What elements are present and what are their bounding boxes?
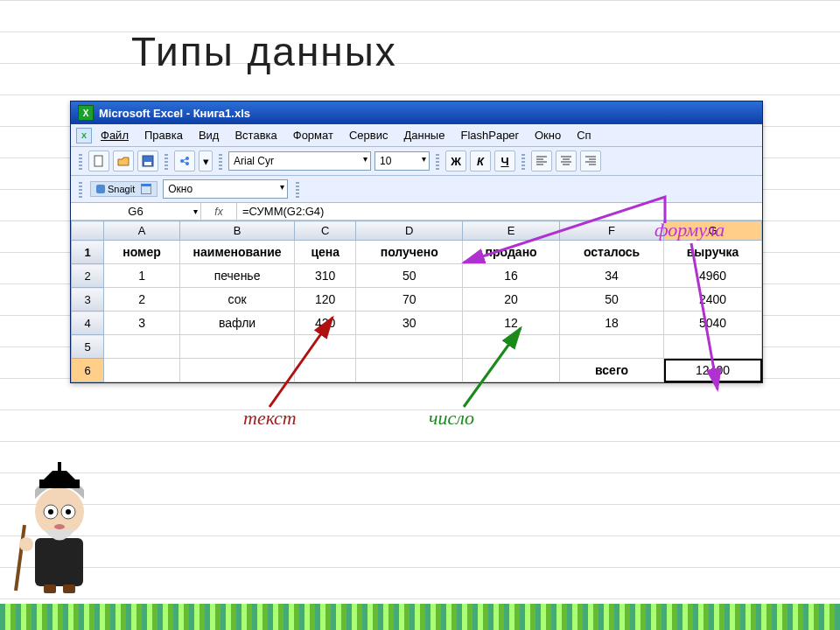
align-center-icon[interactable] (556, 150, 577, 172)
spreadsheet-grid[interactable]: A B C D E F G 1 номер наименование цена … (71, 220, 762, 382)
menu-data[interactable]: Данные (396, 127, 452, 144)
cell[interactable]: выручка (664, 241, 762, 264)
cell[interactable]: 50 (560, 288, 664, 312)
save-icon[interactable] (137, 150, 158, 172)
cell[interactable]: цена (295, 241, 356, 264)
col-header-a[interactable]: A (104, 221, 180, 241)
font-size-select[interactable]: 10 (374, 151, 430, 171)
toolbar-grip[interactable] (522, 152, 525, 170)
row-header-5[interactable]: 5 (72, 335, 104, 359)
col-header-c[interactable]: C (295, 221, 356, 241)
cell[interactable]: продано (463, 241, 560, 264)
menu-file[interactable]: Файл (94, 127, 136, 144)
col-header-f[interactable]: F (560, 221, 664, 241)
cell[interactable]: 50 (356, 264, 463, 288)
toolbar-grip[interactable] (79, 180, 82, 198)
row-header-4[interactable]: 4 (72, 312, 104, 335)
toolbar-grip[interactable] (296, 180, 299, 198)
table-row: 2 1 печенье 310 50 16 34 4960 (72, 264, 762, 288)
cell[interactable] (463, 359, 560, 382)
col-header-e[interactable]: E (463, 221, 560, 241)
cell[interactable]: 70 (356, 288, 463, 312)
toolbar-grip[interactable] (436, 152, 439, 170)
cell[interactable]: 2400 (664, 288, 762, 312)
menu-edit[interactable]: Правка (137, 127, 190, 144)
cell[interactable] (295, 359, 356, 382)
underline-button[interactable]: Ч (494, 150, 515, 172)
align-left-icon[interactable] (531, 150, 552, 172)
cell[interactable]: сок (180, 288, 295, 312)
menu-tools[interactable]: Сервис (342, 127, 396, 144)
menu-format[interactable]: Формат (286, 127, 340, 144)
select-all-corner[interactable] (72, 221, 104, 241)
name-box[interactable]: G6▾ (71, 203, 201, 220)
toolbar-grip[interactable] (164, 152, 168, 170)
cell[interactable]: 34 (560, 264, 664, 288)
cell[interactable]: 5040 (664, 312, 762, 335)
workbook-icon[interactable]: X (76, 128, 92, 144)
cell[interactable] (104, 359, 180, 382)
cell[interactable] (560, 335, 664, 359)
annotation-text: текст (243, 407, 297, 430)
row-header-3[interactable]: 3 (72, 288, 104, 312)
menu-help[interactable]: Сп (570, 127, 598, 144)
cell[interactable]: 16 (463, 264, 560, 288)
menu-insert[interactable]: Вставка (228, 127, 284, 144)
cell[interactable]: осталось (560, 241, 664, 264)
cell[interactable]: 1 (104, 264, 180, 288)
cell[interactable] (104, 335, 180, 359)
cell[interactable] (356, 359, 463, 382)
cell[interactable]: 30 (356, 312, 463, 335)
table-row: 1 номер наименование цена получено прода… (72, 241, 762, 264)
titlebar[interactable]: X Microsoft Excel - Книга1.xls (71, 102, 762, 124)
cell[interactable] (664, 335, 762, 359)
new-icon[interactable] (88, 150, 109, 172)
cell[interactable]: наименование (180, 241, 295, 264)
share-icon[interactable] (174, 150, 195, 172)
cell[interactable]: вафли (180, 312, 295, 335)
cell[interactable] (295, 335, 356, 359)
cell[interactable]: 3 (104, 312, 180, 335)
bold-button[interactable]: Ж (445, 150, 466, 172)
snagit-window-select[interactable]: Окно (163, 179, 288, 199)
excel-window: X Microsoft Excel - Книга1.xls X Файл Пр… (70, 101, 763, 383)
cell[interactable]: 120 (295, 288, 356, 312)
menu-window[interactable]: Окно (528, 127, 568, 144)
cell[interactable]: 18 (560, 312, 664, 335)
cell[interactable]: 310 (295, 264, 356, 288)
cell[interactable]: 12 (463, 312, 560, 335)
col-header-b[interactable]: B (180, 221, 295, 241)
open-icon[interactable] (113, 150, 134, 172)
font-name-select[interactable]: Arial Cyr (228, 151, 371, 171)
cell[interactable] (356, 335, 463, 359)
cell[interactable]: 20 (463, 288, 560, 312)
row-header-6[interactable]: 6 (72, 359, 104, 382)
cell[interactable] (463, 335, 560, 359)
italic-button[interactable]: К (470, 150, 491, 172)
menu-view[interactable]: Вид (192, 127, 227, 144)
fx-label[interactable]: fx (201, 203, 237, 220)
align-right-icon[interactable] (580, 150, 601, 172)
formula-input[interactable]: =СУММ(G2:G4) (237, 203, 762, 220)
cell[interactable] (180, 335, 295, 359)
cell[interactable]: 2 (104, 288, 180, 312)
cell[interactable]: 4960 (664, 264, 762, 288)
active-cell[interactable]: 12400 (664, 359, 762, 382)
cell[interactable]: 420 (295, 312, 356, 335)
svg-point-17 (54, 524, 65, 529)
menu-flashpaper[interactable]: FlashPaper (453, 127, 525, 144)
snagit-icon (96, 185, 105, 193)
toolbar-grip[interactable] (219, 152, 222, 170)
toolbar-grip[interactable] (79, 152, 82, 170)
cell[interactable]: печенье (180, 264, 295, 288)
svg-rect-2 (144, 162, 151, 165)
row-header-2[interactable]: 2 (72, 264, 104, 288)
more-icon[interactable]: ▾ (199, 150, 213, 172)
row-header-1[interactable]: 1 (72, 241, 104, 264)
snagit-button[interactable]: Snagit (90, 181, 158, 197)
cell[interactable]: номер (104, 241, 180, 264)
cell[interactable]: всего (560, 359, 664, 382)
cell[interactable] (180, 359, 295, 382)
cell[interactable]: получено (356, 241, 463, 264)
col-header-d[interactable]: D (356, 221, 463, 241)
